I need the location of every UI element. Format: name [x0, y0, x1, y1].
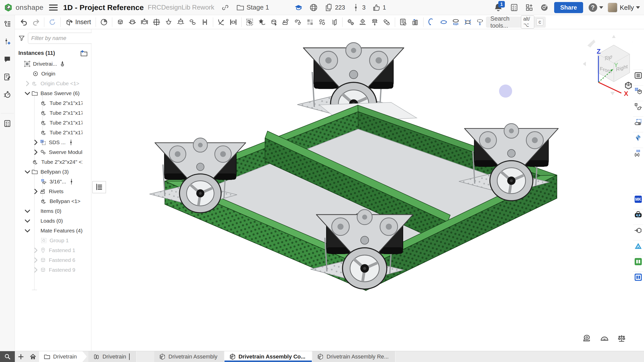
app-export-button[interactable]	[633, 225, 643, 235]
tree-item-fastened-6[interactable]: Fastened 6	[15, 255, 91, 265]
mate-parallel-button[interactable]	[199, 17, 210, 28]
tree-item-tube[interactable]: Tube 2"x1"x17.5" <...	[15, 108, 91, 118]
filter-icon[interactable]	[18, 34, 25, 42]
animate-rotate-button[interactable]	[426, 17, 437, 28]
tab-drivetrain-assembly-copy[interactable]: Drivetrain Assembly Co...	[224, 351, 313, 362]
protractor-button[interactable]	[600, 333, 610, 343]
notifications-button[interactable]: 1	[493, 3, 503, 13]
variables-app-button[interactable]	[633, 148, 643, 158]
main-menu-button[interactable]	[49, 3, 58, 12]
gear-relation-button[interactable]	[345, 17, 356, 28]
toolbar-separator[interactable]	[342, 17, 343, 27]
section-view-button[interactable]	[329, 17, 340, 28]
tree-item-fastened-1[interactable]: Fastened 1	[15, 245, 91, 255]
interference-button[interactable]	[317, 17, 328, 28]
derived-part-button[interactable]	[633, 101, 643, 111]
model-canvas[interactable]: Top Front Right Z X Y	[92, 29, 632, 351]
sync-button[interactable]	[47, 17, 58, 28]
avatar[interactable]	[608, 3, 617, 12]
document-title[interactable]: 1D - Project Reference	[63, 3, 144, 12]
share-button[interactable]: Share	[554, 2, 583, 13]
comments-button[interactable]	[2, 54, 13, 65]
animate-eject-button[interactable]	[474, 17, 485, 28]
toolbar-separator[interactable]	[241, 17, 242, 27]
home-tab-button[interactable]	[27, 351, 39, 362]
tree-item-group-1[interactable]: Group 1	[15, 235, 91, 245]
mass-properties-button[interactable]	[617, 333, 627, 343]
new-tab-button[interactable]	[15, 351, 27, 362]
app-green-book-button[interactable]	[633, 256, 643, 266]
tape-measure-button[interactable]	[583, 333, 593, 343]
tree-item-tube[interactable]: Tube 2"x1"x17.5" <...	[15, 98, 91, 108]
tree-item-fastened-9[interactable]: Fastened 9	[15, 265, 91, 275]
undo-button[interactable]	[18, 17, 29, 28]
select-parts-button[interactable]	[268, 17, 279, 28]
help-button[interactable]: ?	[589, 3, 597, 12]
copy-link-icon[interactable]	[221, 3, 230, 12]
bom-button[interactable]	[398, 17, 409, 28]
display-states-button[interactable]	[280, 17, 291, 28]
app-blue-book-button[interactable]	[633, 271, 643, 281]
add-folder-button[interactable]	[80, 49, 88, 57]
toolbar-separator[interactable]	[423, 17, 424, 27]
tree-item-origin[interactable]: Origin	[15, 69, 91, 78]
belt-relation-button[interactable]	[381, 17, 392, 28]
toolbar-separator[interactable]	[395, 17, 395, 27]
toolbar-separator[interactable]	[44, 17, 44, 27]
assembly-panel-button[interactable]	[633, 70, 643, 80]
help-caret-icon[interactable]	[599, 6, 603, 9]
insert-item-button[interactable]	[2, 36, 13, 47]
mate-cylindrical-button[interactable]	[175, 17, 186, 28]
favorites-mate-button[interactable]	[256, 17, 267, 28]
mate-planar-button[interactable]	[151, 17, 162, 28]
mate-ball-button[interactable]	[163, 17, 174, 28]
exploded-view-button[interactable]	[410, 17, 421, 28]
toolbar-separator[interactable]	[60, 17, 61, 27]
tree-item-sheet[interactable]: 3/16"...	[15, 177, 91, 186]
named-views-button[interactable]	[98, 17, 109, 28]
app-store-icon[interactable]	[525, 3, 534, 12]
group-button[interactable]	[244, 17, 255, 28]
tree-section-loads[interactable]: Loads (0)	[15, 216, 91, 226]
tree-item-tube[interactable]: Tube 2"x1"x17.5" <...	[15, 118, 91, 128]
tree-item-swerve-modules[interactable]: Swerve Modules	[15, 147, 91, 157]
configurations-button[interactable]	[633, 85, 643, 95]
onshape-logo[interactable]: onshape	[0, 3, 44, 12]
followers-icon[interactable]	[352, 3, 360, 12]
mate-pin-slot-button[interactable]	[187, 17, 198, 28]
release-tasks-icon[interactable]	[510, 3, 518, 12]
tree-item-sds[interactable]: SDS ...	[15, 137, 91, 147]
spring-relation-button[interactable]	[369, 17, 380, 28]
tasks-button[interactable]	[1, 113, 14, 129]
tree-section-items[interactable]: Items (0)	[15, 206, 91, 216]
notes-button[interactable]	[2, 71, 13, 83]
animate-loop-button[interactable]	[438, 17, 449, 28]
public-globe-icon[interactable]	[309, 3, 318, 12]
workspace-folder-icon[interactable]	[236, 3, 245, 12]
animate-collapse-button[interactable]	[462, 17, 473, 28]
user-menu-caret-icon[interactable]	[636, 6, 640, 9]
user-name[interactable]: Kelly	[620, 4, 634, 12]
tab-manager-button[interactable]	[0, 351, 15, 362]
tree-item-bellypan-folder[interactable]: Bellypan (3)	[15, 167, 91, 177]
document-structure-button[interactable]	[2, 19, 13, 30]
tree-item-base-swerve[interactable]: Base Swerve (6)	[15, 88, 91, 98]
toolbar-separator[interactable]	[112, 17, 112, 27]
app-mkcad-button[interactable]	[633, 193, 643, 204]
tab-folder-drivetrain[interactable]: Drivetrain	[39, 351, 87, 362]
mate-slider-button[interactable]	[139, 17, 150, 28]
assembly-3d-view[interactable]	[92, 29, 632, 351]
tree-item-tube-2x2[interactable]: Tube 2"x2"x24" <1>	[15, 157, 91, 167]
tangent-mate-button[interactable]	[216, 17, 227, 28]
likes-icon[interactable]	[372, 3, 381, 12]
toolbar-separator[interactable]	[213, 17, 213, 27]
rack-pinion-button[interactable]	[357, 17, 368, 28]
tree-item-origin-cube[interactable]: Origin Cube <1>	[15, 78, 91, 88]
tree-item-bellypan[interactable]: Bellypan <1>	[15, 196, 91, 206]
edu-badge-icon[interactable]	[294, 3, 303, 12]
tree-item-tube[interactable]: Tube 2"x1"x17.5" <...	[15, 128, 91, 137]
tree-item-rivets[interactable]: Rivets	[15, 186, 91, 196]
limit-mate-button[interactable]	[228, 17, 239, 28]
toolbar-separator[interactable]	[96, 17, 96, 27]
performance-button[interactable]	[2, 89, 13, 100]
